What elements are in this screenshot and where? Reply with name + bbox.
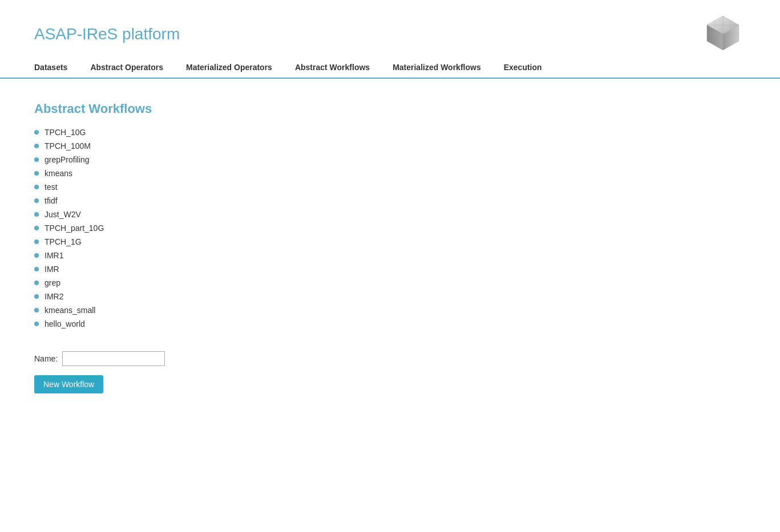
bullet-icon: [34, 157, 39, 162]
bullet-icon: [34, 322, 39, 326]
bullet-icon: [34, 239, 39, 244]
workflow-name[interactable]: TPCH_1G: [45, 237, 82, 246]
workflow-name[interactable]: TPCH_100M: [45, 141, 91, 151]
workflow-name[interactable]: grep: [45, 278, 60, 287]
bullet-icon: [34, 171, 39, 176]
main-content: Abstract Workflows TPCH_10GTPCH_100Mgrep…: [0, 79, 780, 416]
list-item[interactable]: kmeans: [34, 169, 746, 178]
list-item[interactable]: kmeans_small: [34, 306, 746, 315]
new-workflow-button[interactable]: New Workflow: [34, 375, 103, 393]
workflow-name[interactable]: IMR2: [45, 292, 63, 301]
workflow-name[interactable]: TPCH_part_10G: [45, 224, 104, 233]
app-title: ASAP-IReS platform: [34, 25, 180, 43]
bullet-icon: [34, 267, 39, 271]
list-item[interactable]: TPCH_1G: [34, 237, 746, 246]
workflow-name[interactable]: hello_world: [45, 319, 85, 328]
list-item[interactable]: IMR2: [34, 292, 746, 301]
list-item[interactable]: test: [34, 182, 746, 192]
main-nav: Datasets Abstract Operators Materialized…: [0, 63, 780, 79]
header: ASAP-IReS platform: [0, 0, 780, 63]
bullet-icon: [34, 130, 39, 135]
list-item[interactable]: grepProfiling: [34, 155, 746, 164]
section-title: Abstract Workflows: [34, 101, 746, 116]
workflow-name[interactable]: kmeans: [45, 169, 72, 178]
list-item[interactable]: grep: [34, 278, 746, 287]
nav-abstract-operators[interactable]: Abstract Operators: [90, 63, 163, 72]
bullet-icon: [34, 144, 39, 148]
workflow-name[interactable]: grepProfiling: [45, 155, 90, 164]
list-item[interactable]: tfidf: [34, 196, 746, 205]
nav-datasets[interactable]: Datasets: [34, 63, 67, 72]
list-item[interactable]: IMR: [34, 265, 746, 274]
list-item[interactable]: hello_world: [34, 319, 746, 328]
bullet-icon: [34, 253, 39, 258]
workflow-name[interactable]: IMR1: [45, 251, 63, 260]
bullet-icon: [34, 212, 39, 217]
workflow-name[interactable]: kmeans_small: [45, 306, 95, 315]
name-input[interactable]: [62, 351, 165, 366]
bullet-icon: [34, 281, 39, 285]
workflow-name[interactable]: tfidf: [45, 196, 58, 205]
bullet-icon: [34, 308, 39, 312]
list-item[interactable]: TPCH_100M: [34, 141, 746, 151]
nav-execution[interactable]: Execution: [504, 63, 542, 72]
name-label: Name:: [34, 354, 58, 363]
bullet-icon: [34, 226, 39, 230]
list-item[interactable]: IMR1: [34, 251, 746, 260]
bullet-icon: [34, 198, 39, 203]
bullet-icon: [34, 294, 39, 299]
workflow-name[interactable]: TPCH_10G: [45, 128, 86, 137]
workflow-name[interactable]: IMR: [45, 265, 59, 274]
list-item[interactable]: TPCH_10G: [34, 128, 746, 137]
nav-materialized-operators[interactable]: Materialized Operators: [186, 63, 272, 72]
name-row: Name:: [34, 351, 746, 366]
bullet-icon: [34, 185, 39, 189]
workflow-list: TPCH_10GTPCH_100MgrepProfilingkmeanstest…: [34, 128, 746, 328]
nav-abstract-workflows[interactable]: Abstract Workflows: [295, 63, 370, 72]
list-item[interactable]: Just_W2V: [34, 210, 746, 219]
workflow-name[interactable]: test: [45, 182, 58, 192]
new-workflow-form: Name: New Workflow: [34, 351, 746, 393]
logo-icon: [700, 11, 746, 57]
workflow-name[interactable]: Just_W2V: [45, 210, 81, 219]
list-item[interactable]: TPCH_part_10G: [34, 224, 746, 233]
nav-materialized-workflows[interactable]: Materialized Workflows: [393, 63, 481, 72]
